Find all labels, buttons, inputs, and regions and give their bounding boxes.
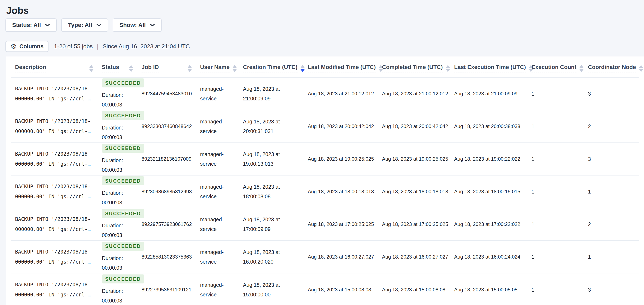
column-label-description: Description — [15, 64, 46, 73]
last-modified-time-cell: Aug 18, 2023 at 18:00:18:018 — [304, 175, 378, 208]
description-cell: BACKUP INTO '/2023/08/18- 000000.00' IN … — [11, 208, 98, 240]
duration-block: Duration: 00:00:03 — [102, 90, 133, 109]
summary-divider: | — [97, 43, 98, 50]
user-name-cell: managed-service — [196, 175, 239, 208]
execution-count-cell: 1 — [527, 143, 584, 175]
description-cell: BACKUP INTO '/2023/08/18- 000000.00' IN … — [11, 240, 98, 273]
last-modified-time-cell: Aug 18, 2023 at 16:00:27:027 — [304, 240, 378, 273]
column-header-creation-time[interactable]: Creation Time (UTC) — [239, 57, 304, 77]
duration-block: Duration: 00:00:03 — [102, 221, 133, 240]
job-description-line2: 000000.00' IN 'gs://crl-… — [15, 126, 94, 136]
duration-value: 00:00:03 — [102, 198, 133, 207]
column-header-execution-count[interactable]: Execution Count — [527, 57, 584, 77]
duration-block: Duration: 00:00:03 — [102, 155, 133, 175]
coordinator-node-cell: 1 — [584, 240, 639, 273]
column-header-job-id[interactable]: Job ID — [137, 57, 196, 77]
status-filter-dropdown[interactable]: Status: All — [6, 19, 57, 32]
column-header-user-name[interactable]: User Name — [196, 57, 239, 77]
type-filter-dropdown[interactable]: Type: All — [61, 19, 108, 32]
status-cell: SUCCEEDED Duration: 00:00:03 — [98, 77, 137, 110]
last-execution-time-cell: Aug 18, 2023 at 20:00:38:038 — [450, 110, 527, 143]
last-modified-time-cell: Aug 18, 2023 at 17:00:25:025 — [304, 208, 378, 240]
user-name-cell: managed-service — [196, 110, 239, 143]
job-id-cell: 892297573923061762 — [137, 208, 196, 240]
creation-time-cell: Aug 18, 2023 at 19:00:13:013 — [239, 143, 304, 175]
last-execution-time-cell: Aug 18, 2023 at 16:00:24:024 — [450, 240, 527, 273]
show-filter-label: Show: All — [120, 22, 146, 29]
status-cell: SUCCEEDED Duration: 00:00:03 — [98, 143, 137, 175]
table-header-row: Description Status Job ID — [11, 57, 639, 77]
job-description-line2: 000000.00' IN 'gs://crl-… — [15, 159, 94, 169]
sort-icon — [639, 65, 643, 72]
last-execution-time-cell: Aug 18, 2023 at 15:00:05:05 — [450, 273, 527, 305]
column-label-user-name: User Name — [200, 64, 230, 73]
coordinator-node-cell: 1 — [584, 175, 639, 208]
column-label-execution-count: Execution Count — [532, 64, 576, 73]
column-label-last-modified-time: Last Modified Time (UTC) — [308, 64, 376, 73]
column-header-description[interactable]: Description — [11, 57, 98, 77]
execution-count-cell: 1 — [527, 175, 584, 208]
chevron-down-icon — [45, 24, 50, 27]
table-row: BACKUP INTO '/2023/08/18- 000000.00' IN … — [11, 240, 639, 273]
job-description-line1: BACKUP INTO '/2023/08/18- — [15, 214, 94, 224]
duration-value: 00:00:03 — [102, 100, 133, 109]
column-header-status[interactable]: Status — [98, 57, 137, 77]
since-timestamp: Since Aug 16, 2023 at 21:04 UTC — [103, 43, 190, 50]
completed-time-cell: Aug 18, 2023 at 16:00:27:027 — [378, 240, 450, 273]
duration-label: Duration: — [102, 253, 133, 263]
table-row: BACKUP INTO '/2023/08/18- 000000.00' IN … — [11, 110, 639, 143]
description-cell: BACKUP INTO '/2023/08/18- 000000.00' IN … — [11, 273, 98, 305]
status-cell: SUCCEEDED Duration: 00:00:03 — [98, 110, 137, 143]
column-header-last-modified-time[interactable]: Last Modified Time (UTC) — [304, 57, 378, 77]
status-badge: SUCCEEDED — [102, 242, 144, 251]
coordinator-node-cell: 3 — [584, 77, 639, 110]
status-filter-label: Status: All — [12, 22, 41, 29]
status-cell: SUCCEEDED Duration: 00:00:03 — [98, 240, 137, 273]
description-cell: BACKUP INTO '/2023/08/18- 000000.00' IN … — [11, 175, 98, 208]
column-header-last-execution-time[interactable]: Last Execution Time (UTC) — [450, 57, 527, 77]
column-header-coordinator-node[interactable]: Coordinator Node — [584, 57, 639, 77]
column-label-status: Status — [102, 64, 119, 73]
job-description-line1: BACKUP INTO '/2023/08/18- — [15, 116, 94, 126]
status-badge: SUCCEEDED — [102, 176, 144, 185]
table-row: BACKUP INTO '/2023/08/18- 000000.00' IN … — [11, 208, 639, 240]
status-cell: SUCCEEDED Duration: 00:00:03 — [98, 273, 137, 305]
sort-icon — [129, 65, 133, 72]
user-name-cell: managed-service — [196, 143, 239, 175]
coordinator-node-cell: 2 — [584, 208, 639, 240]
duration-label: Duration: — [102, 221, 133, 230]
last-execution-time-cell: Aug 18, 2023 at 19:00:22:022 — [450, 143, 527, 175]
duration-label: Duration: — [102, 286, 133, 296]
duration-label: Duration: — [102, 188, 133, 198]
job-description-line2: 000000.00' IN 'gs://crl-… — [15, 257, 94, 267]
duration-block: Duration: 00:00:03 — [102, 188, 133, 207]
jobs-table-body: BACKUP INTO '/2023/08/18- 000000.00' IN … — [11, 77, 639, 305]
job-id-cell: 892344759453483010 — [137, 77, 196, 110]
job-id-cell: 892333037460848642 — [137, 110, 196, 143]
duration-block: Duration: 00:00:03 — [102, 123, 133, 142]
page-title: Jobs — [6, 5, 644, 16]
description-cell: BACKUP INTO '/2023/08/18- 000000.00' IN … — [11, 110, 98, 143]
columns-button-label: Columns — [20, 43, 44, 50]
column-label-last-execution-time: Last Execution Time (UTC) — [454, 64, 526, 73]
jobs-count: 1-20 of 55 jobs — [54, 43, 93, 50]
duration-block: Duration: 00:00:03 — [102, 286, 133, 305]
sort-icon — [580, 65, 584, 72]
job-description-line1: BACKUP INTO '/2023/08/18- — [15, 280, 94, 290]
coordinator-node-cell: 3 — [584, 273, 639, 305]
filters-bar: Status: All Type: All Show: All — [6, 19, 644, 32]
type-filter-label: Type: All — [68, 22, 92, 29]
column-header-completed-time[interactable]: Completed Time (UTC) — [378, 57, 450, 77]
execution-count-cell: 1 — [527, 208, 584, 240]
completed-time-cell: Aug 18, 2023 at 15:00:08:08 — [378, 273, 450, 305]
show-filter-dropdown[interactable]: Show: All — [113, 19, 162, 32]
creation-time-cell: Aug 18, 2023 at 18:00:08:08 — [239, 175, 304, 208]
table-row: BACKUP INTO '/2023/08/18- 000000.00' IN … — [11, 175, 639, 208]
table-toolbar: ⚙ Columns 1-20 of 55 jobs | Since Aug 16… — [6, 41, 644, 52]
duration-value: 00:00:03 — [102, 132, 133, 142]
columns-button[interactable]: ⚙ Columns — [6, 41, 48, 52]
duration-value: 00:00:03 — [102, 263, 133, 272]
job-description-line2: 000000.00' IN 'gs://crl-… — [15, 290, 94, 300]
user-name-cell: managed-service — [196, 273, 239, 305]
execution-count-cell: 1 — [527, 240, 584, 273]
